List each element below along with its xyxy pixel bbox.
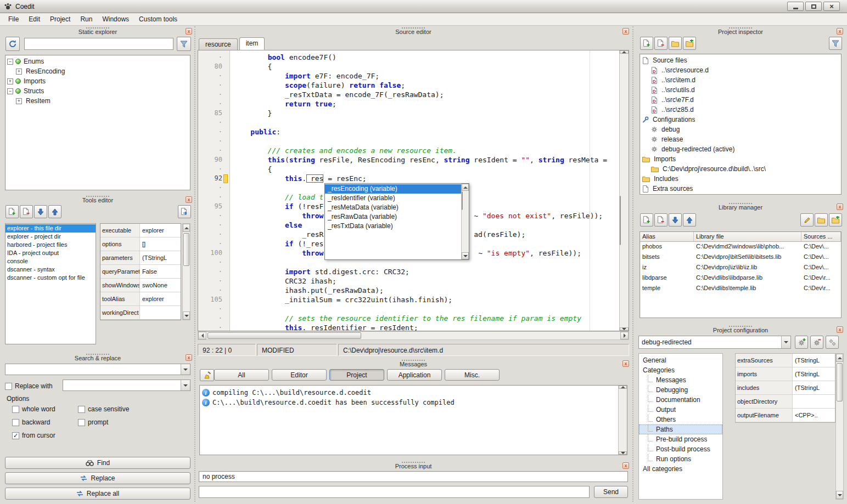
scrollbar-thumb[interactable] — [207, 332, 361, 339]
filter-project[interactable]: Project — [329, 369, 384, 381]
close-panel-icon[interactable]: x — [622, 360, 629, 367]
inspector-item[interactable]: C:\Dev\dproj\resource.d\build\..\src\ — [640, 164, 841, 174]
completion-item[interactable]: _resMetaData (variable) — [325, 203, 461, 212]
scroll-down-button[interactable] — [836, 491, 843, 499]
scrollbar-track[interactable] — [836, 362, 843, 491]
inspector-item[interactable]: D..\src\resource.d — [640, 65, 841, 75]
left-splitter[interactable] — [194, 26, 195, 502]
checkbox-box[interactable] — [12, 419, 19, 426]
close-panel-icon[interactable]: x — [837, 203, 843, 210]
panel-header[interactable]: Messages x — [197, 360, 630, 369]
move-library-down-button[interactable] — [669, 213, 682, 226]
replace-with-checkbox[interactable]: Replace with — [5, 381, 53, 392]
scroll-up-button[interactable] — [836, 354, 843, 362]
panel-header[interactable]: Tools editor x — [2, 196, 193, 205]
message-row[interactable]: icompiling C:\...\build\resource.d.coedi… — [201, 388, 617, 398]
filter-button[interactable] — [829, 37, 842, 50]
menu-windows[interactable]: Windows — [97, 13, 134, 25]
column-header[interactable]: Library file — [694, 232, 801, 242]
property-value[interactable]: explorer — [140, 224, 181, 237]
scroll-down-button[interactable] — [619, 451, 627, 455]
checkbox-whole-word[interactable]: whole word — [12, 404, 78, 415]
scroll-down-button[interactable] — [620, 327, 629, 331]
panel-header[interactable]: Static explorer x — [2, 27, 193, 37]
find-button[interactable]: Find — [5, 457, 190, 469]
scrollbar-thumb[interactable] — [462, 191, 463, 210]
menu-custom-tools[interactable]: Custom tools — [134, 13, 182, 25]
replace-all-button[interactable]: Replace all — [5, 488, 190, 500]
maximize-button[interactable] — [805, 2, 822, 11]
replace-button[interactable]: Replace — [5, 472, 190, 484]
static-tree-item[interactable]: +ResEncoding — [5, 66, 190, 76]
tool-item[interactable]: IDA - project output — [5, 249, 96, 257]
completion-item[interactable]: _resIdentifier (variable) — [325, 194, 461, 203]
move-tool-down-button[interactable] — [34, 205, 47, 218]
inspector-item[interactable]: Includes — [640, 174, 841, 184]
inspector-item[interactable]: D..\src\item.d — [640, 75, 841, 85]
config-category[interactable]: Output — [639, 405, 722, 415]
replace-combobox[interactable] — [63, 380, 190, 391]
filter-editor[interactable]: Editor — [272, 369, 327, 381]
library-table[interactable]: AliasLibrary fileSources ... phobosC:\De… — [640, 231, 842, 318]
add-library-button[interactable] — [640, 213, 653, 226]
checkbox-box[interactable]: ✓ — [12, 432, 19, 439]
tool-item[interactable]: console — [5, 257, 96, 265]
process-input-field[interactable] — [199, 486, 590, 498]
config-category[interactable]: Others — [639, 415, 722, 424]
property-value[interactable]: False — [140, 265, 181, 278]
library-row[interactable]: bitsetsC:\Dev\dproj\bitSet\lib\bitsets.l… — [640, 252, 841, 263]
scrollbar-thumb[interactable] — [183, 233, 189, 266]
close-panel-icon[interactable]: x — [186, 196, 192, 203]
tab-item[interactable]: item — [239, 37, 265, 50]
checkbox-box[interactable] — [78, 406, 85, 413]
library-row[interactable]: phobosC:\Dev\dmd2\windows\lib\phob...C:\… — [640, 242, 841, 252]
scrollbar-track[interactable] — [183, 232, 190, 312]
close-panel-icon[interactable]: x — [837, 28, 843, 35]
tool-item[interactable]: dscanner - custom opt for file — [5, 274, 96, 282]
property-value[interactable]: <CPP>.. — [793, 409, 835, 422]
checkbox-box[interactable] — [78, 419, 85, 426]
library-row[interactable]: libdparseC:\Dev\dlibs\libdparse.libC:\De… — [640, 273, 841, 284]
add-source-button[interactable] — [640, 37, 653, 50]
move-tool-up-button[interactable] — [48, 205, 61, 218]
filter-application[interactable]: Application — [387, 369, 442, 381]
close-panel-icon[interactable]: x — [622, 28, 629, 35]
symbol-filter-input[interactable] — [24, 38, 173, 50]
property-value[interactable]: swoNone — [140, 279, 181, 292]
config-category[interactable]: Messages — [639, 375, 722, 385]
library-row[interactable]: izC:\Dev\dproj\iz\lib\iz.libC:\Dev\... — [640, 263, 841, 273]
inspector-item[interactable]: Imports — [640, 154, 841, 164]
tool-item[interactable]: explorer - project dir — [5, 233, 96, 241]
panel-header[interactable]: Search & replace x — [2, 354, 193, 363]
config-category[interactable]: Debugging — [639, 385, 722, 395]
panel-header[interactable]: Project inspector x — [637, 27, 844, 37]
checkbox-from-cursor[interactable]: ✓from cursor — [12, 430, 78, 441]
symbol-tree[interactable]: −Enums+ResEncoding+Imports−Structs+ResIt… — [5, 55, 190, 190]
config-category[interactable]: General — [639, 355, 722, 365]
property-value[interactable]: (TStringL — [793, 367, 835, 381]
panel-header[interactable]: Project configuration x — [637, 326, 844, 335]
property-value[interactable]: (TStringL — [793, 381, 835, 394]
minimize-button[interactable] — [787, 2, 804, 11]
clone-configuration-button[interactable] — [826, 336, 839, 349]
add-tool-button[interactable] — [5, 205, 19, 218]
scrollbar-track[interactable] — [206, 332, 620, 339]
editor-horizontal-scrollbar[interactable] — [198, 331, 629, 340]
clear-messages-button[interactable] — [200, 369, 214, 381]
library-row[interactable]: templeC:\Dev\dlibs\temple.libC:\Dev\r... — [640, 284, 841, 294]
tab-resource[interactable]: resource — [199, 38, 238, 50]
completion-list[interactable]: _resEncoding (variable)_resIdentifier (v… — [325, 184, 461, 259]
property-value[interactable]: (TStringL — [140, 251, 181, 264]
scrollbar-track[interactable] — [619, 389, 627, 451]
expand-icon[interactable]: + — [7, 78, 13, 84]
tool-item[interactable]: harbored - project files — [5, 241, 96, 249]
close-panel-icon[interactable]: x — [186, 28, 192, 35]
collapse-icon[interactable]: − — [7, 59, 13, 65]
configuration-scrollbar[interactable] — [835, 353, 844, 500]
tool-item[interactable]: explorer - this file dir — [5, 224, 96, 233]
config-category[interactable]: Categories — [639, 365, 722, 375]
close-panel-icon[interactable]: x — [622, 462, 629, 469]
filter-misc[interactable]: Misc. — [445, 369, 500, 381]
panel-header[interactable]: Source editor x — [197, 27, 630, 37]
tools-grid-scrollbar[interactable] — [182, 223, 190, 320]
